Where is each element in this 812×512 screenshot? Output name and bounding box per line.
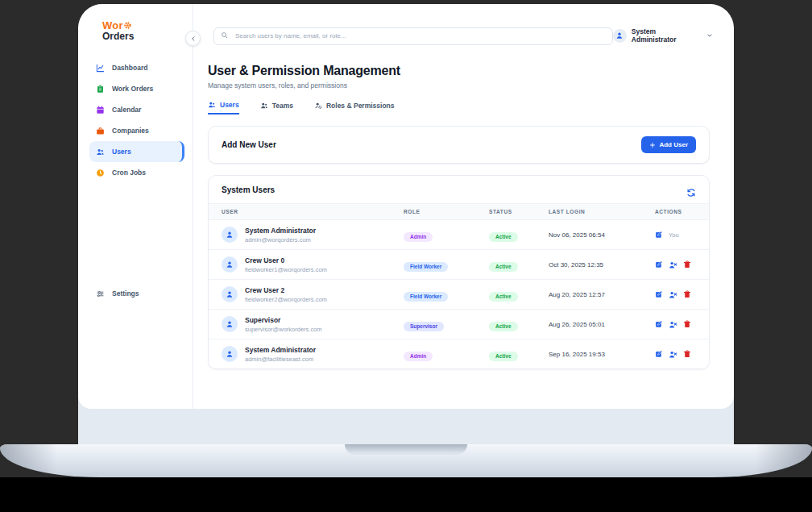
trash-icon xyxy=(683,260,691,268)
sidebar-item-label: Cron Jobs xyxy=(112,169,146,177)
sidebar-item-cron-jobs[interactable]: Cron Jobs xyxy=(89,162,184,183)
delete-user-button[interactable] xyxy=(683,290,691,298)
sidebar-nav: Dashboard Work Orders Calendar Companies… xyxy=(78,52,193,304)
table-row: System Administrator admin@facilitieseas… xyxy=(209,339,709,368)
column-header-role: ROLE xyxy=(404,209,489,214)
person-icon xyxy=(226,231,234,239)
edit-icon xyxy=(655,290,663,298)
page-subtitle: Manage system users, roles, and permissi… xyxy=(208,81,710,89)
tab-bar: Users Teams Roles & Permissions xyxy=(208,101,710,114)
status-badge: Active xyxy=(489,232,518,242)
person-icon xyxy=(226,260,234,268)
delete-user-button[interactable] xyxy=(683,350,691,358)
edit-icon xyxy=(655,231,663,239)
delete-user-button[interactable] xyxy=(683,320,691,328)
sidebar-item-label: Companies xyxy=(112,127,149,135)
user-email: fieldworker2@worqorders.com xyxy=(245,296,327,303)
plus-icon xyxy=(649,142,656,148)
sidebar-item-calendar[interactable]: Calendar xyxy=(89,99,184,120)
role-badge: Admin xyxy=(404,232,433,242)
deactivate-user-button[interactable] xyxy=(669,320,677,329)
edit-icon xyxy=(655,260,663,268)
delete-user-button[interactable] xyxy=(683,260,691,268)
table-row: Supervisor supervisor@workorders.com Sup… xyxy=(209,309,709,339)
sidebar: Wor Orders Dashboard Work Orders Calenda… xyxy=(78,4,193,409)
last-login: Aug 20, 2025 12:57 xyxy=(549,291,655,298)
sidebar-item-work-orders[interactable]: Work Orders xyxy=(89,78,184,99)
user-x-icon xyxy=(669,290,677,299)
chevron-left-icon xyxy=(190,35,197,42)
row-actions xyxy=(655,350,696,359)
user-x-icon xyxy=(669,320,677,329)
add-user-button[interactable]: Add User xyxy=(641,136,696,153)
brand-text-wor: Wor xyxy=(102,20,123,31)
sidebar-collapse-button[interactable] xyxy=(185,31,201,46)
user-name: System Administrator xyxy=(245,227,316,235)
user-email: supervisor@workorders.com xyxy=(245,326,322,333)
sliders-icon xyxy=(96,289,105,298)
edit-user-button[interactable] xyxy=(655,260,663,268)
role-badge: Field Worker xyxy=(404,292,448,302)
tab-users[interactable]: Users xyxy=(208,101,239,114)
avatar xyxy=(222,256,238,273)
briefcase-icon xyxy=(96,127,105,135)
tab-roles-permissions[interactable]: Roles & Permissions xyxy=(314,101,395,114)
user-menu-label: System Administrator xyxy=(632,27,702,44)
deactivate-user-button[interactable] xyxy=(669,350,677,359)
app-window: Wor Orders Dashboard Work Orders Calenda… xyxy=(78,4,734,409)
table-row: Crew User 2 fieldworker2@worqorders.com … xyxy=(209,279,709,309)
sidebar-item-settings[interactable]: Settings xyxy=(89,283,184,304)
status-badge: Active xyxy=(489,322,518,331)
sidebar-item-label: Users xyxy=(112,148,131,156)
sidebar-item-dashboard[interactable]: Dashboard xyxy=(89,57,184,78)
user-name: Crew User 0 xyxy=(245,256,327,264)
edit-user-button[interactable] xyxy=(655,231,663,239)
search-box xyxy=(213,27,613,44)
user-x-icon xyxy=(669,260,677,269)
add-user-card: Add New User Add User xyxy=(208,126,710,164)
system-users-header: System Users xyxy=(209,176,709,203)
status-badge: Active xyxy=(489,262,518,272)
user-email: admin@worqorders.com xyxy=(245,236,316,244)
table-row: System Administrator admin@worqorders.co… xyxy=(209,219,709,249)
last-login: Nov 06, 2025 06:54 xyxy=(549,231,655,239)
users-icon xyxy=(208,101,216,109)
deactivate-user-button[interactable] xyxy=(669,260,677,269)
person-icon xyxy=(226,320,234,328)
refresh-button[interactable] xyxy=(686,185,696,194)
edit-user-button[interactable] xyxy=(655,290,663,298)
user-name: Crew User 2 xyxy=(245,286,327,294)
search-input[interactable] xyxy=(213,27,613,45)
edit-user-button[interactable] xyxy=(655,350,663,358)
tab-label: Users xyxy=(220,101,239,109)
laptop-screen: Wor Orders Dashboard Work Orders Calenda… xyxy=(78,4,734,444)
user-cell: Supervisor supervisor@workorders.com xyxy=(222,316,404,333)
deactivate-user-button[interactable] xyxy=(669,290,677,299)
refresh-icon xyxy=(686,188,696,198)
trash-icon xyxy=(683,350,691,358)
add-user-card-title: Add New User xyxy=(222,140,276,149)
user-email: admin@facilitieseast.com xyxy=(245,356,316,363)
user-name: System Administrator xyxy=(245,346,316,354)
table-row: Crew User 0 fieldworker1@worqorders.com … xyxy=(209,249,709,279)
edit-user-button[interactable] xyxy=(655,320,663,328)
avatar xyxy=(222,227,238,243)
edit-icon xyxy=(655,350,663,358)
laptop-notch xyxy=(345,444,467,455)
sidebar-item-users[interactable]: Users xyxy=(89,141,184,162)
user-menu[interactable]: System Administrator xyxy=(613,27,713,44)
system-users-title: System Users xyxy=(222,185,275,194)
sidebar-item-companies[interactable]: Companies xyxy=(89,120,184,141)
users-table-body: System Administrator admin@worqorders.co… xyxy=(209,219,709,368)
status-badge: Active xyxy=(489,352,518,361)
column-header-last-login: LAST LOGIN xyxy=(549,209,655,214)
add-user-button-label: Add User xyxy=(659,141,688,148)
gear-icon xyxy=(123,21,132,30)
column-header-status: STATUS xyxy=(489,209,549,214)
row-actions xyxy=(655,260,696,269)
last-login: Aug 26, 2025 05:01 xyxy=(549,321,655,328)
laptop-base xyxy=(0,444,812,477)
tab-teams[interactable]: Teams xyxy=(260,101,293,114)
table-header: USER ROLE STATUS LAST LOGIN ACTIONS xyxy=(209,203,709,219)
brand-name-bottom: Orders xyxy=(102,31,193,42)
